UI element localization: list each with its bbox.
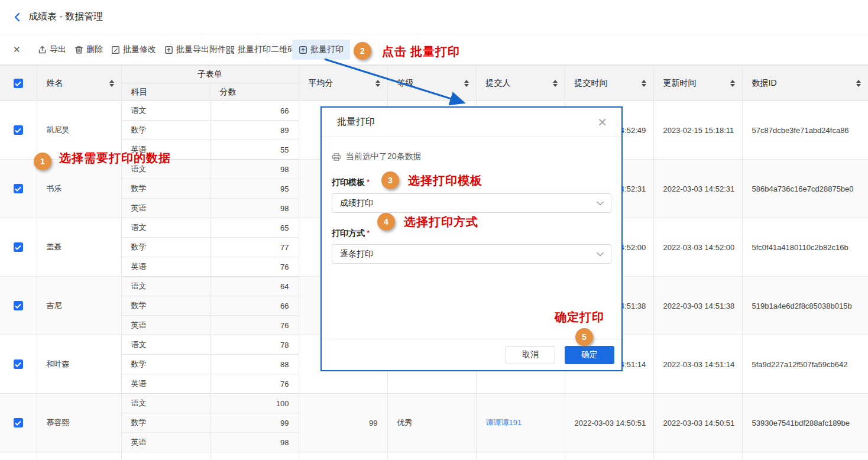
subject-cell: 数学 (121, 121, 210, 140)
row-checkbox[interactable] (14, 301, 23, 310)
toolbar-export-label: 导出 (50, 44, 66, 55)
subject-cell: 数学 (121, 238, 210, 257)
stub-cell (0, 452, 37, 459)
update-time-cell: 2022-03-03 14:51:38 (653, 277, 742, 335)
template-select[interactable]: 成绩打印 (332, 193, 611, 213)
header-submitter: 提交人 (476, 66, 565, 101)
score-cell: 66 (210, 101, 299, 121)
update-time-cell: 2022-03-03 14:52:00 (653, 218, 742, 277)
subject-cell: 英语 (121, 257, 210, 277)
header-score: 分数 (210, 83, 299, 101)
stub-cell (210, 452, 299, 459)
subject-cell: 英语 (121, 433, 210, 452)
header-submitter-label: 提交人 (486, 78, 511, 89)
modal-close-icon[interactable]: ✕ (597, 116, 607, 128)
method-label-text: 打印方式 (332, 228, 365, 238)
subject-cell: 数学 (121, 296, 210, 316)
selected-count-text: 当前选中了20条数据 (346, 151, 422, 162)
row-checkbox-cell (0, 218, 37, 277)
sort-update-time-button[interactable] (730, 80, 735, 87)
score-cell: 66 (210, 296, 299, 316)
subject-cell: 数学 (121, 413, 210, 433)
method-select[interactable]: 逐条打印 (332, 244, 611, 264)
student-name: 和叶森 (37, 335, 121, 394)
check-icon (15, 186, 21, 192)
row-checkbox[interactable] (14, 418, 23, 427)
required-mark: * (367, 228, 370, 238)
row-checkbox-cell (0, 335, 37, 394)
header-data-id-label: 数据ID (752, 78, 777, 89)
sort-grade-button[interactable] (464, 80, 469, 87)
template-field-label: 打印模板* (332, 177, 611, 188)
toolbar-batch-print-label: 批量打印 (310, 44, 344, 55)
confirm-button[interactable]: 确定 (565, 346, 614, 364)
toolbar-close-button[interactable]: ✕ (13, 34, 21, 65)
toolbar-batch-print-qrcode-button[interactable]: 批量打印二维码 (226, 34, 296, 65)
selected-count-info: 当前选中了20条数据 (332, 151, 611, 162)
row-checkbox[interactable] (14, 359, 23, 369)
score-cell: 98 (210, 199, 299, 218)
batch-print-qrcode-icon (226, 46, 235, 54)
header-update-time: 更新时间 (653, 66, 742, 101)
modal-body: 当前选中了20条数据 打印模板* 成绩打印 打印方式* 逐条打印 (322, 137, 621, 339)
score-cell: 76 (210, 257, 299, 277)
score-cell: 95 (210, 179, 299, 199)
toolbar-batch-print-button[interactable]: 批量打印 (292, 40, 350, 60)
toolbar-export-button[interactable]: 导出 (38, 34, 66, 65)
subject-cell: 数学 (121, 179, 210, 199)
toolbar-batch-print-qrcode-label: 批量打印二维码 (238, 44, 296, 55)
table-row-stub (0, 452, 868, 459)
header-subject: 科目 (121, 83, 210, 101)
cancel-button[interactable]: 取消 (506, 346, 555, 364)
subject-cell: 语文 (121, 218, 210, 238)
row-checkbox[interactable] (14, 125, 23, 135)
chevron-down-icon (597, 252, 604, 257)
score-cell: 55 (210, 140, 299, 160)
sort-average-button[interactable] (375, 80, 380, 87)
row-checkbox[interactable] (14, 184, 23, 193)
header-name: 姓名 (37, 66, 121, 101)
check-icon (15, 362, 21, 367)
back-button[interactable] (13, 12, 21, 22)
score-cell: 77 (210, 238, 299, 257)
score-cell: 76 (210, 374, 299, 394)
sort-data-id-button[interactable] (856, 80, 861, 87)
stub-cell (742, 452, 868, 459)
required-mark: * (367, 177, 370, 187)
subject-cell: 语文 (121, 277, 210, 296)
toolbar-batch-export-attachment-label: 批量导出附件 (176, 44, 226, 55)
stub-cell (565, 452, 653, 459)
subject-cell: 语文 (121, 335, 210, 355)
row-checkbox-cell (0, 160, 37, 218)
modal-title: 批量打印 (337, 116, 375, 128)
score-cell: 78 (210, 335, 299, 355)
student-name: 吉尼 (37, 277, 121, 335)
batch-edit-icon (111, 46, 120, 54)
titlebar: 成绩表 - 数据管理 (0, 0, 868, 34)
method-field-label: 打印方式* (332, 228, 611, 239)
select-all-checkbox[interactable] (14, 79, 23, 88)
sort-name-button[interactable] (109, 80, 114, 87)
row-checkbox-cell (0, 394, 37, 452)
toolbar-batch-edit-button[interactable]: 批量修改 (111, 34, 156, 65)
student-name: 慕容熙 (37, 394, 121, 452)
template-select-value: 成绩打印 (340, 198, 373, 209)
method-select-value: 逐条打印 (340, 249, 373, 260)
check-icon (15, 245, 21, 250)
grade-cell: 优秀 (387, 394, 476, 452)
batch-print-page: 成绩表 - 数据管理 ✕ 导出 删除 批量修改 批量导出附件 批量打印二维码 批… (0, 0, 868, 460)
toolbar-delete-button[interactable]: 删除 (75, 34, 103, 65)
stub-cell (476, 452, 565, 459)
submitter-link[interactable]: 谭谭谭191 (486, 418, 522, 427)
toolbar: ✕ 导出 删除 批量修改 批量导出附件 批量打印二维码 批量打印 (0, 34, 868, 65)
update-time-cell: 2022-03-03 14:52:31 (653, 160, 742, 218)
sort-submitter-button[interactable] (553, 80, 558, 87)
update-time-cell: 2023-02-15 15:18:11 (653, 101, 742, 160)
row-checkbox[interactable] (14, 242, 23, 252)
header-submit-time-label: 提交时间 (575, 78, 608, 89)
toolbar-batch-export-attachment-button[interactable]: 批量导出附件 (164, 34, 226, 65)
student-name: 盖聂 (37, 218, 121, 277)
sort-submit-time-button[interactable] (642, 80, 646, 87)
subject-cell: 英语 (121, 316, 210, 335)
subject-cell: 英语 (121, 140, 210, 160)
